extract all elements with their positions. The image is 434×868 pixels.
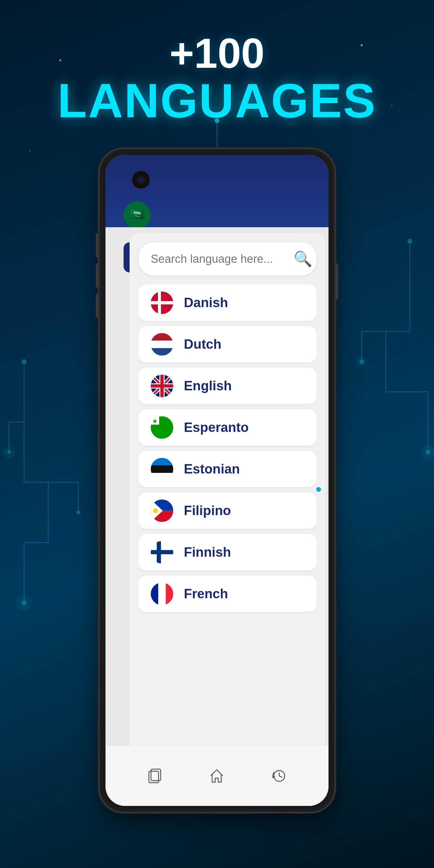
svg-text:✦: ✦ [154, 509, 157, 513]
svg-point-3 [7, 450, 11, 454]
svg-rect-37 [151, 384, 173, 388]
french-flag [151, 583, 173, 605]
svg-rect-57 [151, 583, 158, 605]
camera [133, 172, 149, 188]
source-language-flag[interactable]: 🇸🇦 [124, 202, 151, 229]
svg-rect-43 [151, 458, 173, 465]
language-name-filipino: Filipino [184, 503, 231, 518]
app-bottom-bar [105, 746, 329, 806]
svg-point-1 [22, 600, 27, 605]
language-name-estonian: Estonian [184, 461, 240, 476]
count-text: +100 [58, 30, 376, 76]
volume-down-button [96, 264, 98, 287]
search-icon[interactable]: 🔍 [293, 250, 312, 268]
list-item[interactable]: Estonian [138, 451, 316, 487]
english-flag [151, 375, 173, 397]
svg-rect-25 [151, 333, 173, 341]
language-name-french: French [184, 586, 228, 601]
history-nav-button[interactable] [267, 764, 291, 788]
app-header: +100 LANGUAGES [58, 30, 376, 125]
svg-rect-27 [151, 348, 173, 355]
copy-nav-button[interactable] [143, 764, 167, 788]
volume-up-button [96, 233, 98, 257]
power-button [336, 264, 338, 300]
esperanto-flag: ★ [151, 416, 173, 439]
svg-rect-45 [151, 473, 173, 480]
list-item[interactable]: Danish [138, 284, 316, 321]
language-name-dutch: Dutch [184, 337, 221, 352]
svg-point-9 [421, 444, 434, 460]
list-item[interactable]: Dutch [138, 326, 316, 362]
svg-point-6 [407, 239, 412, 244]
svg-rect-59 [166, 583, 173, 605]
home-nav-button[interactable] [205, 764, 229, 788]
svg-point-15 [391, 105, 393, 106]
svg-point-0 [22, 359, 27, 364]
svg-point-4 [3, 446, 15, 458]
list-item[interactable]: French [138, 576, 316, 612]
phone-frame: 🇸🇦 ⇄ ≡ 🔍 [99, 149, 335, 812]
svg-point-7 [359, 359, 364, 364]
language-name-esperanto: Esperanto [184, 420, 249, 435]
svg-rect-26 [151, 341, 173, 348]
scroll-indicator [316, 487, 321, 492]
search-input[interactable] [151, 253, 293, 266]
dutch-flag [151, 333, 173, 355]
language-name-danish: Danish [184, 295, 228, 310]
language-list: Danish [138, 284, 316, 746]
language-name-english: English [184, 378, 232, 393]
svg-text:🇸🇦: 🇸🇦 [130, 207, 145, 221]
svg-point-16 [30, 150, 31, 151]
svg-rect-23 [151, 301, 173, 304]
language-name-finnish: Finnish [184, 545, 231, 560]
svg-rect-58 [158, 583, 166, 605]
language-panel: 🔍 [130, 233, 326, 746]
filipino-flag: ✦ [151, 499, 173, 522]
svg-point-5 [17, 595, 32, 610]
silent-button [96, 293, 98, 318]
list-item[interactable]: ✦ Filipino [138, 493, 316, 529]
list-item[interactable]: ★ Esperanto [138, 409, 316, 445]
search-bar: 🔍 [138, 242, 316, 276]
phone-mockup: 🇸🇦 ⇄ ≡ 🔍 [99, 149, 335, 812]
svg-point-10 [355, 355, 368, 368]
svg-rect-55 [151, 550, 173, 554]
app-top-bar: 🇸🇦 [105, 155, 329, 227]
svg-text:★: ★ [152, 418, 158, 424]
svg-rect-44 [151, 465, 173, 473]
title-text: LANGUAGES [58, 76, 376, 125]
danish-flag [151, 291, 173, 314]
phone-screen: 🇸🇦 ⇄ ≡ 🔍 [105, 155, 329, 806]
list-item[interactable]: Finnish [138, 534, 316, 570]
camera-lens [137, 176, 145, 184]
list-item[interactable]: English [138, 368, 316, 404]
svg-point-2 [76, 510, 80, 514]
finnish-flag [151, 541, 173, 564]
estonian-flag [151, 458, 173, 480]
svg-point-8 [426, 450, 430, 455]
